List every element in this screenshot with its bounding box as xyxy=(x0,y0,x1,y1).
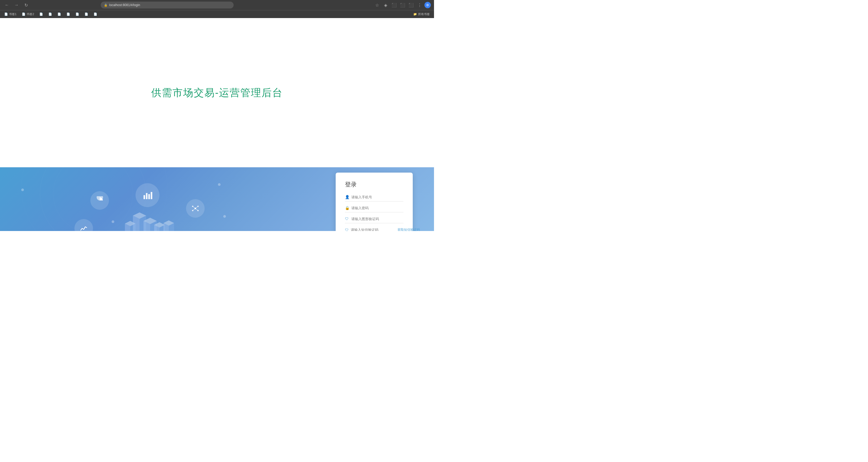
chart-icon-bubble xyxy=(135,183,159,207)
extension-btn3[interactable]: ⬛ xyxy=(399,1,406,9)
login-card: 登录 👤 🔒 🛡 🛡 获取短信验证码 立即登录 xyxy=(336,173,413,231)
svg-line-9 xyxy=(193,206,195,208)
svg-point-8 xyxy=(197,210,199,211)
address-bar[interactable]: 🔒 localhost:8081/#/login xyxy=(101,2,234,8)
svg-marker-28 xyxy=(169,223,174,231)
svg-marker-27 xyxy=(163,223,169,231)
dot-3 xyxy=(223,215,226,218)
svg-rect-3 xyxy=(151,192,152,199)
password-input[interactable] xyxy=(351,206,403,210)
svg-marker-19 xyxy=(140,216,146,231)
lock-field-icon: 🔒 xyxy=(345,206,349,210)
svg-marker-26 xyxy=(163,220,174,226)
svg-marker-23 xyxy=(154,222,165,228)
bookmark-8[interactable]: 📄 xyxy=(83,11,90,17)
user-icon: 👤 xyxy=(345,195,349,199)
shield-icon: 🛡 xyxy=(345,217,349,221)
all-bookmarks[interactable]: 📁 所有书签 xyxy=(411,11,432,17)
sms-field: 🛡 获取短信验证码 xyxy=(345,228,403,231)
svg-marker-25 xyxy=(159,225,165,231)
refresh-button[interactable]: ↻ xyxy=(22,1,30,9)
bookmark-4[interactable]: 📄 xyxy=(46,11,54,17)
svg-marker-15 xyxy=(125,224,130,231)
svg-marker-14 xyxy=(125,221,135,226)
login-section: 登录 👤 🔒 🛡 🛡 获取短信验证码 立即登录 xyxy=(0,167,434,231)
profile-avatar[interactable]: D xyxy=(425,2,431,8)
svg-line-10 xyxy=(195,206,198,208)
svg-marker-17 xyxy=(133,212,146,219)
login-title: 登录 xyxy=(345,180,403,189)
svg-rect-0 xyxy=(144,195,145,199)
svg-rect-1 xyxy=(146,193,148,199)
svg-point-4 xyxy=(194,208,196,209)
captcha-field: 🛡 xyxy=(345,217,403,223)
svg-line-11 xyxy=(193,208,195,210)
svg-rect-2 xyxy=(148,194,150,199)
bookmarks-bar: 📄 书签1 📄 书签2 📄 📄 📄 📄 📄 📄 📄 📁 所有书签 xyxy=(0,10,434,18)
sms-input[interactable] xyxy=(351,228,396,231)
svg-marker-16 xyxy=(130,224,135,231)
page-title: 供需市场交易-运营管理后台 xyxy=(151,86,283,100)
bookmark-5[interactable]: 📄 xyxy=(55,11,63,17)
bookmark-9[interactable]: 📄 xyxy=(91,11,99,17)
svg-line-12 xyxy=(195,208,198,210)
extension-btn2[interactable]: ⬛ xyxy=(391,1,398,9)
svg-marker-18 xyxy=(133,216,140,231)
svg-marker-24 xyxy=(154,225,159,231)
lock-icon: 🔒 xyxy=(104,3,107,7)
bookmark-3[interactable]: 📄 xyxy=(37,11,45,17)
bookmark-7[interactable]: 📄 xyxy=(73,11,81,17)
3d-blocks xyxy=(93,202,194,231)
trend-icon-bubble xyxy=(74,219,93,231)
menu-button[interactable]: ⋮ xyxy=(416,1,423,9)
pie-icon-bubble xyxy=(90,191,109,210)
page-content: 供需市场交易-运营管理后台 xyxy=(0,18,434,167)
extension-btn1[interactable]: ◈ xyxy=(382,1,389,9)
extension-btn4[interactable]: ⬛ xyxy=(407,1,415,9)
phone-input[interactable] xyxy=(351,195,403,199)
svg-marker-20 xyxy=(144,218,157,224)
svg-marker-21 xyxy=(144,221,150,231)
svg-point-6 xyxy=(197,206,199,207)
bookmark-1[interactable]: 📄 书签1 xyxy=(2,11,19,17)
sms-icon: 🛡 xyxy=(345,228,349,231)
password-field: 🔒 xyxy=(345,206,403,212)
dot-2 xyxy=(218,183,221,186)
phone-field: 👤 xyxy=(345,195,403,201)
svg-marker-22 xyxy=(150,221,157,231)
svg-point-5 xyxy=(192,206,193,207)
svg-point-7 xyxy=(192,210,193,211)
browser-chrome: ← → ↻ 🔒 localhost:8081/#/login ☆ ◈ ⬛ ⬛ ⬛… xyxy=(0,0,434,10)
network-icon-bubble xyxy=(186,199,205,218)
bookmark-2[interactable]: 📄 书签2 xyxy=(20,11,36,17)
dot-1 xyxy=(21,189,24,191)
forward-button[interactable]: → xyxy=(13,1,20,9)
get-sms-button[interactable]: 获取短信验证码 xyxy=(398,228,420,231)
star-button[interactable]: ☆ xyxy=(373,1,381,9)
bookmark-6[interactable]: 📄 xyxy=(64,11,72,17)
browser-actions: ☆ ◈ ⬛ ⬛ ⬛ ⋮ D xyxy=(373,1,431,9)
dot-4 xyxy=(112,220,114,223)
back-button[interactable]: ← xyxy=(3,1,11,9)
url-text: localhost:8081/#/login xyxy=(109,3,140,7)
captcha-input[interactable] xyxy=(351,217,403,221)
